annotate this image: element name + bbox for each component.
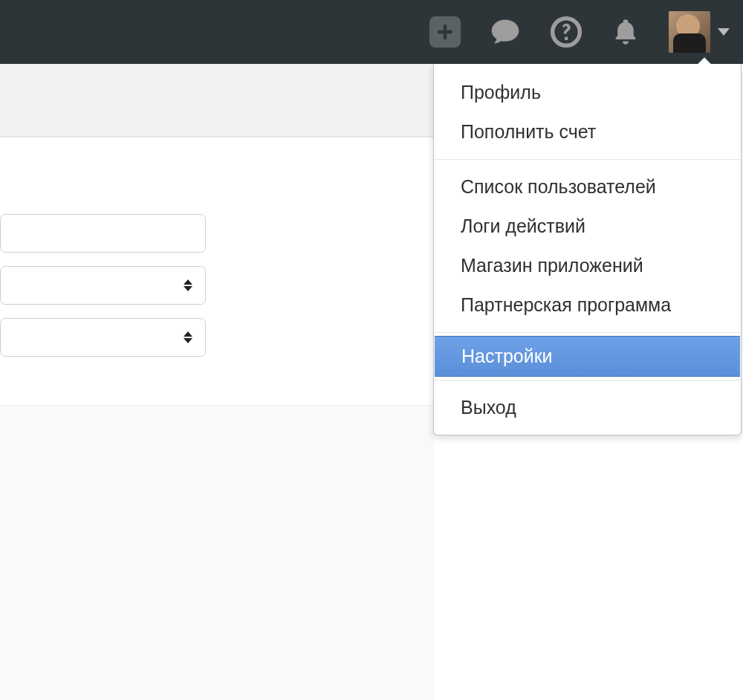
help-icon — [550, 16, 583, 48]
caret-down-icon — [718, 28, 730, 36]
select-1[interactable] — [0, 266, 206, 305]
page-body-spacer — [0, 406, 435, 700]
text-input[interactable] — [0, 214, 206, 253]
menu-item-users[interactable]: Список пользователей — [434, 167, 741, 207]
menu-item-logs[interactable]: Логи действий — [434, 207, 741, 246]
menu-item-app-store[interactable]: Магазин приложений — [434, 246, 741, 285]
user-menu-toggle[interactable] — [669, 11, 730, 53]
bell-icon — [611, 17, 640, 47]
select-2[interactable] — [0, 318, 206, 357]
dropdown-group-admin: Список пользователей Логи действий Магаз… — [434, 163, 741, 329]
menu-item-settings[interactable]: Настройки — [435, 336, 740, 377]
dropdown-separator — [434, 332, 741, 333]
create-button[interactable] — [429, 16, 461, 48]
user-dropdown: Профиль Пополнить счет Список пользовате… — [433, 64, 742, 435]
avatar — [669, 11, 710, 53]
menu-item-logout[interactable]: Выход — [434, 388, 741, 427]
plus-icon — [435, 22, 455, 42]
dropdown-group-account: Профиль Пополнить счет — [434, 68, 741, 156]
top-bar — [0, 0, 743, 64]
select-1-wrap — [0, 266, 206, 305]
dropdown-group-exit: Выход — [434, 383, 741, 432]
page-header-spacer — [0, 64, 435, 137]
menu-item-affiliate[interactable]: Партнерская программа — [434, 285, 741, 325]
chat-icon — [489, 16, 522, 48]
dropdown-separator — [434, 380, 741, 380]
dropdown-separator — [434, 159, 741, 160]
notifications-button[interactable] — [611, 17, 640, 47]
help-button[interactable] — [550, 16, 583, 48]
chat-button[interactable] — [489, 16, 522, 48]
form-area — [0, 214, 208, 370]
menu-item-topup[interactable]: Пополнить счет — [434, 112, 741, 152]
menu-item-profile[interactable]: Профиль — [434, 73, 741, 112]
select-2-wrap — [0, 318, 206, 357]
